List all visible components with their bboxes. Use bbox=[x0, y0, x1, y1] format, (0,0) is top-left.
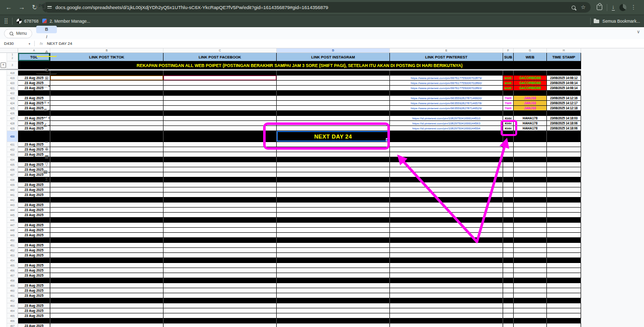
cell-B428[interactable] bbox=[50, 121, 164, 126]
row-number[interactable]: 419 bbox=[7, 76, 18, 81]
cell-H428[interactable]: 23/08/2025 14:18:06 bbox=[547, 121, 581, 126]
cell-C456[interactable] bbox=[164, 268, 277, 273]
row-number[interactable]: 438 bbox=[7, 177, 18, 182]
cell-B419[interactable] bbox=[50, 76, 164, 81]
cell-D451[interactable] bbox=[277, 243, 390, 248]
cell-B464[interactable] bbox=[50, 308, 164, 313]
cell-E467[interactable] bbox=[390, 323, 503, 327]
cell-H437[interactable] bbox=[547, 172, 581, 177]
column-header-F[interactable]: F bbox=[503, 48, 514, 52]
cell-G454[interactable] bbox=[514, 258, 547, 263]
cell-F424[interactable]: TWR bbox=[503, 101, 514, 106]
cell-F437[interactable] bbox=[503, 172, 514, 177]
all-bookmarks-button[interactable]: Semua Bookmark... bbox=[590, 18, 640, 25]
cell-B456[interactable] bbox=[50, 268, 164, 273]
cell-B443[interactable] bbox=[50, 203, 164, 208]
cell-E453[interactable] bbox=[390, 253, 503, 258]
cell-A460[interactable]: 23 Aug 2025 bbox=[18, 288, 50, 293]
cell-B454[interactable] bbox=[50, 258, 164, 263]
cell-D447[interactable] bbox=[277, 223, 390, 228]
cell-G420[interactable]: GACORBID88 bbox=[514, 81, 547, 86]
row-number[interactable]: 461 bbox=[7, 293, 18, 298]
cell-A440[interactable]: 23 Aug 2025 bbox=[18, 187, 50, 192]
cell-F441[interactable] bbox=[503, 192, 514, 198]
cell-G460[interactable] bbox=[514, 288, 547, 293]
cell-B444[interactable] bbox=[50, 208, 164, 213]
cell-E433[interactable] bbox=[390, 152, 503, 157]
cell-A444[interactable]: 23 Aug 2025 bbox=[18, 208, 50, 213]
cell-F431[interactable] bbox=[503, 142, 514, 147]
cell-F430[interactable] bbox=[503, 131, 514, 142]
back-icon[interactable]: ← bbox=[3, 0, 14, 15]
row-number[interactable]: 425 bbox=[7, 106, 18, 111]
cell-A449[interactable]: 23 Aug 2025 bbox=[18, 233, 50, 238]
cell-D434[interactable] bbox=[277, 157, 390, 162]
cell-A452[interactable]: 23 Aug 2025 bbox=[18, 248, 50, 253]
cell-E418[interactable] bbox=[390, 71, 503, 76]
cell-G461[interactable] bbox=[514, 293, 547, 298]
cell-B457[interactable] bbox=[50, 273, 164, 278]
cell-B460[interactable] bbox=[50, 288, 164, 293]
cell-E447[interactable] bbox=[390, 223, 503, 228]
cell-A439[interactable]: 23 Aug 2025 bbox=[18, 182, 50, 187]
name-box[interactable]: D430 ▾ bbox=[0, 41, 34, 46]
cell-H425[interactable]: 23/08/2025 14:12:18 bbox=[547, 106, 581, 111]
cell-D418[interactable] bbox=[277, 71, 390, 76]
cell-A457[interactable]: 23 Aug 2025 bbox=[18, 273, 50, 278]
cell-D446[interactable] bbox=[277, 218, 390, 223]
cell-C453[interactable] bbox=[164, 253, 277, 258]
cell-B418[interactable] bbox=[50, 71, 164, 76]
cell-B447[interactable] bbox=[50, 223, 164, 228]
cell-G426[interactable] bbox=[514, 111, 547, 116]
horizontal-align-icon[interactable]: ≡ bbox=[36, 99, 57, 106]
cell-F456[interactable] bbox=[503, 268, 514, 273]
cell-H443[interactable] bbox=[547, 203, 581, 208]
cell-D445[interactable] bbox=[277, 213, 390, 218]
cell-C460[interactable] bbox=[164, 288, 277, 293]
cell-C437[interactable] bbox=[164, 172, 277, 177]
cell-G442[interactable] bbox=[514, 198, 547, 203]
cell-H434[interactable] bbox=[547, 157, 581, 162]
cell-E438[interactable] bbox=[390, 177, 503, 182]
pinterest-link[interactable]: https://id.pinterest.com/pin/10829750416… bbox=[412, 117, 480, 120]
cell-G458[interactable] bbox=[514, 278, 547, 283]
cell-C445[interactable] bbox=[164, 213, 277, 218]
cell-C463[interactable] bbox=[164, 303, 277, 308]
cell-B459[interactable] bbox=[50, 283, 164, 288]
cell-C429[interactable] bbox=[164, 126, 277, 131]
cell-A462[interactable] bbox=[18, 298, 50, 303]
cell-D424[interactable] bbox=[277, 101, 390, 106]
row-number[interactable]: 463 bbox=[7, 303, 18, 308]
cell-G451[interactable] bbox=[514, 243, 547, 248]
cell-H444[interactable] bbox=[547, 208, 581, 213]
cell-D433[interactable] bbox=[277, 152, 390, 157]
cell-B462[interactable] bbox=[50, 298, 164, 303]
cell-H465[interactable] bbox=[547, 313, 581, 318]
cell-B421[interactable] bbox=[50, 86, 164, 91]
downloads-icon[interactable]: ↓ bbox=[612, 4, 615, 11]
cell-D454[interactable] bbox=[277, 258, 390, 263]
cell-E462[interactable] bbox=[390, 298, 503, 303]
cell-E446[interactable] bbox=[390, 218, 503, 223]
cell-G423[interactable]: JANJ33 bbox=[514, 96, 547, 101]
cell-E440[interactable] bbox=[390, 187, 503, 192]
cell-C462[interactable] bbox=[164, 298, 277, 303]
cell-D432[interactable] bbox=[277, 147, 390, 152]
cell-F434[interactable] bbox=[503, 157, 514, 162]
cell-G467[interactable] bbox=[514, 323, 547, 327]
cell-H440[interactable] bbox=[547, 187, 581, 192]
cell-E459[interactable] bbox=[390, 283, 503, 288]
cell-E450[interactable] bbox=[390, 238, 503, 243]
cell-E454[interactable] bbox=[390, 258, 503, 263]
cell-B432[interactable] bbox=[50, 147, 164, 152]
cell-B431[interactable] bbox=[50, 142, 164, 147]
row-number[interactable]: 440 bbox=[7, 187, 18, 192]
cell-D466[interactable] bbox=[277, 318, 390, 323]
cell-F466[interactable] bbox=[503, 318, 514, 323]
cell-D427[interactable] bbox=[277, 116, 390, 121]
cell-H439[interactable] bbox=[547, 182, 581, 187]
cell-E436[interactable] bbox=[390, 167, 503, 172]
cell-C439[interactable] bbox=[164, 182, 277, 187]
cell-E455[interactable] bbox=[390, 263, 503, 268]
cell-C440[interactable] bbox=[164, 187, 277, 192]
